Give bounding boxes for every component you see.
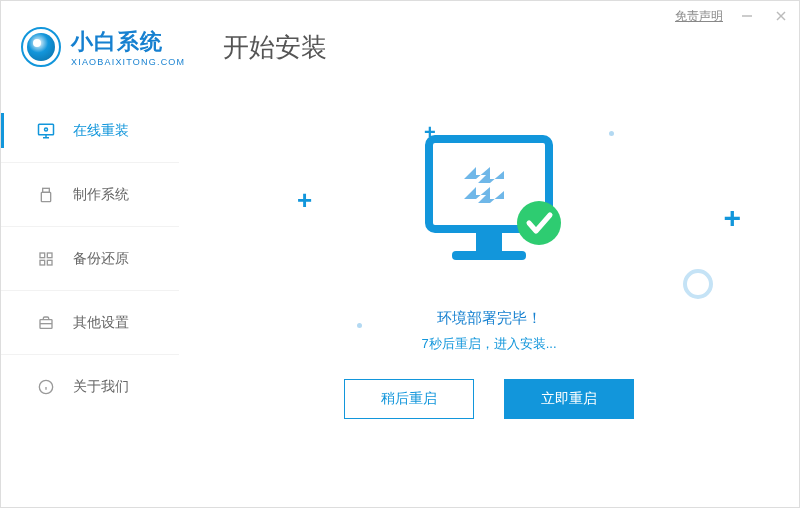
completion-illustration	[404, 121, 574, 295]
button-row: 稍后重启 立即重启	[179, 379, 799, 419]
svg-point-21	[517, 201, 561, 245]
sidebar-item-label: 关于我们	[73, 378, 129, 396]
sidebar-item-reinstall[interactable]: 在线重装	[1, 99, 179, 163]
brand-block: 小白系统 XIAOBAIXITONG.COM	[71, 27, 185, 67]
sidebar-item-label: 在线重装	[73, 122, 129, 140]
sidebar-item-create-system[interactable]: 制作系统	[1, 163, 179, 227]
main-panel: + + +	[179, 73, 799, 489]
disclaimer-link[interactable]: 免责声明	[675, 8, 723, 25]
sidebar-item-label: 备份还原	[73, 250, 129, 268]
header: 小白系统 XIAOBAIXITONG.COM 开始安装	[1, 27, 799, 73]
page-title: 开始安装	[223, 30, 327, 65]
usb-icon	[37, 186, 55, 204]
grid-icon	[37, 250, 55, 268]
svg-point-6	[45, 128, 48, 131]
svg-rect-3	[39, 124, 54, 135]
sidebar: 在线重装 制作系统 备份还原 其他设置	[1, 73, 179, 489]
svg-rect-11	[40, 260, 45, 265]
restart-later-button[interactable]: 稍后重启	[344, 379, 474, 419]
restart-now-button[interactable]: 立即重启	[504, 379, 634, 419]
dot-icon	[609, 131, 614, 136]
svg-rect-19	[476, 233, 502, 251]
info-icon	[37, 378, 55, 396]
ring-icon	[683, 269, 713, 299]
svg-rect-8	[41, 192, 50, 201]
countdown-text: 7秒后重启，进入安装...	[179, 335, 799, 353]
sidebar-item-settings[interactable]: 其他设置	[1, 291, 179, 355]
close-button[interactable]	[771, 6, 791, 26]
app-window: 免责声明 小白系统 XIAOBAIXITONG.COM 开始安装 在线重装	[0, 0, 800, 508]
sidebar-item-label: 其他设置	[73, 314, 129, 332]
brand-sub: XIAOBAIXITONG.COM	[71, 57, 185, 67]
plus-icon: +	[723, 201, 741, 235]
briefcase-icon	[37, 314, 55, 332]
app-logo	[21, 27, 61, 67]
svg-rect-20	[452, 251, 526, 260]
minimize-button[interactable]	[737, 6, 757, 26]
sidebar-item-backup[interactable]: 备份还原	[1, 227, 179, 291]
svg-rect-9	[40, 253, 45, 258]
sidebar-item-label: 制作系统	[73, 186, 129, 204]
brand-name: 小白系统	[71, 27, 185, 57]
sidebar-item-about[interactable]: 关于我们	[1, 355, 179, 419]
status-text: 环境部署完毕！	[179, 309, 799, 328]
svg-rect-10	[47, 253, 52, 258]
plus-icon: +	[297, 185, 312, 216]
monitor-icon	[37, 122, 55, 140]
svg-rect-12	[47, 260, 52, 265]
